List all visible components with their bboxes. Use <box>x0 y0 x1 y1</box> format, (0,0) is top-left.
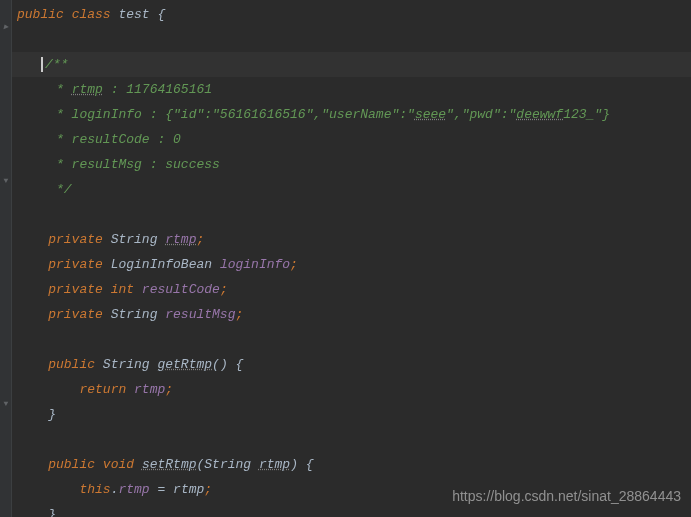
doc-comment: */ <box>48 182 71 197</box>
code-line: public String getRtmp() { <box>12 352 691 377</box>
doc-comment: * loginInfo : {"id":"56161616516","userN… <box>48 107 610 122</box>
code-line <box>12 327 691 352</box>
doc-comment: * resultCode : 0 <box>48 132 181 147</box>
type: String <box>103 357 150 372</box>
doc-comment: /** <box>41 57 68 72</box>
fold-icon[interactable]: ▶ <box>1 21 11 31</box>
class-name: test <box>118 7 149 22</box>
code-line: * resultCode : 0 <box>12 127 691 152</box>
semicolon: ; <box>196 232 204 247</box>
field-name: resultMsg <box>165 307 235 322</box>
param-ref: rtmp <box>173 482 204 497</box>
keyword: public <box>48 357 95 372</box>
semicolon: ; <box>204 482 212 497</box>
keyword: public <box>17 7 64 22</box>
code-line: private LoginInfoBean loginInfo; <box>12 252 691 277</box>
type: int <box>111 282 134 297</box>
field-ref: rtmp <box>118 482 149 497</box>
method-name: setRtmp <box>142 457 197 472</box>
keyword: private <box>48 307 103 322</box>
brace: } <box>48 407 56 422</box>
brace: } <box>48 507 56 517</box>
editor-gutter: ▶ ▼ ▼ <box>0 0 12 517</box>
params: () <box>212 357 228 372</box>
code-line <box>12 427 691 452</box>
keyword: private <box>48 282 103 297</box>
keyword: public <box>48 457 95 472</box>
keyword: class <box>72 7 111 22</box>
doc-comment: * resultMsg : success <box>48 157 220 172</box>
watermark-text: https://blog.csdn.net/sinat_28864443 <box>452 484 681 509</box>
code-line: private int resultCode; <box>12 277 691 302</box>
code-line: private String rtmp; <box>12 227 691 252</box>
equals: = <box>150 482 173 497</box>
fold-icon[interactable]: ▼ <box>1 175 11 185</box>
semicolon: ; <box>235 307 243 322</box>
code-line: public void setRtmp(String rtmp) { <box>12 452 691 477</box>
brace: { <box>236 357 244 372</box>
semicolon: ; <box>220 282 228 297</box>
param-name: rtmp <box>259 457 290 472</box>
code-editor[interactable]: public class test { /** * rtmp : 1176416… <box>12 0 691 517</box>
brace: { <box>157 7 165 22</box>
code-line: * rtmp : 11764165161 <box>12 77 691 102</box>
type: String <box>111 232 158 247</box>
type: void <box>103 457 134 472</box>
method-name: getRtmp <box>157 357 212 372</box>
field-name: resultCode <box>142 282 220 297</box>
keyword: return <box>79 382 126 397</box>
code-line: public class test { <box>12 2 691 27</box>
field-name: loginInfo <box>220 257 290 272</box>
keyword: private <box>48 232 103 247</box>
code-line <box>12 202 691 227</box>
param-type: String <box>204 457 251 472</box>
fold-icon[interactable]: ▼ <box>1 398 11 408</box>
code-line: * loginInfo : {"id":"56161616516","userN… <box>12 102 691 127</box>
code-line <box>12 27 691 52</box>
type: LoginInfoBean <box>111 257 212 272</box>
code-line: } <box>12 402 691 427</box>
code-line: return rtmp; <box>12 377 691 402</box>
keyword: this <box>79 482 110 497</box>
code-line: * resultMsg : success <box>12 152 691 177</box>
paren: ) <box>290 457 298 472</box>
doc-comment: * rtmp : 11764165161 <box>48 82 212 97</box>
code-line: private String resultMsg; <box>12 302 691 327</box>
semicolon: ; <box>165 382 173 397</box>
type: String <box>111 307 158 322</box>
code-line: */ <box>12 177 691 202</box>
semicolon: ; <box>290 257 298 272</box>
code-line-active: /** <box>12 52 691 77</box>
field-ref: rtmp <box>134 382 165 397</box>
brace: { <box>306 457 314 472</box>
keyword: private <box>48 257 103 272</box>
field-name: rtmp <box>165 232 196 247</box>
